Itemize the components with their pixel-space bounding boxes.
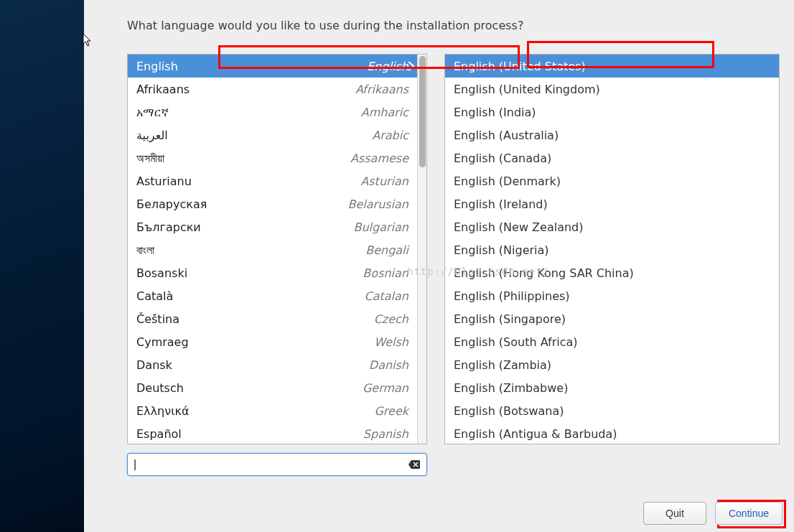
installer-sidebar [0, 0, 84, 532]
locale-label: English (Hong Kong SAR China) [454, 266, 634, 280]
language-native-label: Català [136, 289, 173, 303]
locale-label: English (Zambia) [454, 358, 551, 372]
language-row[interactable]: AsturianuAsturian [128, 169, 417, 192]
language-native-label: অসমীয়া [136, 151, 164, 165]
language-row[interactable]: অসমীয়াAssamese [128, 146, 417, 169]
locale-row[interactable]: English (Denmark) [445, 169, 779, 192]
scrollbar-thumb[interactable] [419, 56, 426, 167]
clear-icon[interactable] [408, 459, 421, 470]
language-native-label: Deutsch [136, 381, 184, 395]
language-row[interactable]: BosanskiBosnian [128, 261, 417, 284]
locale-row[interactable]: English (South Africa) [445, 330, 779, 353]
continue-button[interactable]: Continue [715, 502, 783, 525]
language-native-label: Čeština [136, 312, 179, 326]
language-row[interactable]: አማርኛAmharic [128, 101, 417, 123]
language-english-label: English [367, 60, 408, 73]
locale-row[interactable]: English (United Kingdom) [445, 78, 779, 101]
language-row[interactable]: ČeštinaCzech [128, 307, 417, 330]
language-english-label: Bosnian [363, 266, 408, 280]
locale-label: English (Canada) [454, 151, 551, 165]
locale-row[interactable]: English (Zimbabwe) [445, 376, 779, 399]
locale-row[interactable]: English (Singapore) [445, 307, 779, 330]
locale-label: English (New Zealand) [454, 220, 583, 234]
language-english-label: Afrikaans [355, 83, 408, 96]
locale-row[interactable]: English (India) [445, 101, 779, 123]
locale-label: English (Antigua & Barbuda) [454, 427, 617, 441]
language-native-label: Español [136, 427, 182, 441]
locale-label: English (Philippines) [454, 289, 570, 303]
language-native-label: Bosanski [136, 266, 187, 280]
chevron-right-icon [404, 59, 417, 73]
language-native-label: Afrikaans [136, 83, 190, 96]
language-row[interactable]: العربيةArabic [128, 123, 417, 146]
language-row[interactable]: ΕλληνικάGreek [128, 399, 417, 422]
language-native-label: English [136, 60, 178, 73]
language-prompt: What language would you like to use duri… [127, 19, 780, 32]
language-row[interactable]: EnglishEnglish [128, 55, 417, 78]
locale-label: English (United States) [454, 60, 586, 73]
locale-row[interactable]: English (United States) [445, 55, 779, 78]
quit-button[interactable]: Quit [643, 502, 706, 525]
locale-row[interactable]: English (Philippines) [445, 284, 779, 307]
installer-main: What language would you like to use duri… [84, 0, 794, 532]
locale-row[interactable]: English (Nigeria) [445, 238, 779, 261]
locale-row[interactable]: English (Zambia) [445, 353, 779, 376]
language-english-label: Asturian [360, 174, 408, 188]
language-panel: EnglishEnglishAfrikaansAfrikaansአማርኛAmha… [127, 54, 427, 444]
language-native-label: বাংলা [136, 243, 154, 257]
locale-row[interactable]: English (Australia) [445, 123, 779, 146]
locale-label: English (Singapore) [454, 312, 566, 326]
language-native-label: Български [136, 220, 201, 234]
language-english-label: Arabic [372, 129, 408, 142]
locale-row[interactable]: English (Antigua & Barbuda) [445, 422, 779, 444]
locale-label: English (Nigeria) [454, 243, 549, 257]
locale-label: English (Zimbabwe) [454, 381, 568, 395]
language-native-label: Беларуская [136, 197, 207, 211]
language-scrollbar[interactable] [417, 55, 426, 444]
locale-row[interactable]: English (Ireland) [445, 192, 779, 215]
language-row[interactable]: CatalàCatalan [128, 284, 417, 307]
locale-row[interactable]: English (New Zealand) [445, 215, 779, 238]
language-english-label: German [363, 381, 408, 395]
language-english-label: Danish [369, 358, 408, 372]
language-english-label: Belarusian [347, 197, 408, 211]
language-row[interactable]: DeutschGerman [128, 376, 417, 399]
language-list[interactable]: EnglishEnglishAfrikaansAfrikaansአማርኛAmha… [128, 55, 417, 444]
locale-row[interactable]: English (Canada) [445, 146, 779, 169]
language-english-label: Catalan [365, 289, 408, 303]
language-row[interactable]: AfrikaansAfrikaans [128, 78, 417, 101]
footer-buttons: Quit Continue [643, 502, 783, 525]
locale-label: English (Australia) [454, 129, 559, 142]
language-row[interactable]: БългарскиBulgarian [128, 215, 417, 238]
language-english-label: Bulgarian [354, 220, 409, 234]
locale-row[interactable]: English (Hong Kong SAR China) [445, 261, 779, 284]
language-row[interactable]: CymraegWelsh [128, 330, 417, 353]
language-english-label: Assamese [350, 151, 408, 165]
language-native-label: Asturianu [136, 174, 192, 188]
language-native-label: Ελληνικά [136, 404, 190, 418]
language-search[interactable] [127, 453, 427, 476]
language-search-input[interactable] [134, 458, 408, 471]
locale-label: English (South Africa) [454, 335, 578, 349]
language-english-label: Czech [374, 312, 408, 326]
language-native-label: Cymraeg [136, 335, 189, 349]
language-row[interactable]: বাংলাBengali [128, 238, 417, 261]
locale-label: English (India) [454, 106, 536, 119]
language-row[interactable]: EspañolSpanish [128, 422, 417, 444]
language-english-label: Bengali [365, 243, 408, 257]
language-english-label: Spanish [363, 427, 408, 441]
locale-label: English (Botswana) [454, 404, 564, 418]
locale-label: English (Denmark) [454, 174, 561, 188]
locale-panel[interactable]: English (United States)English (United K… [444, 54, 780, 444]
language-row[interactable]: БеларускаяBelarusian [128, 192, 417, 215]
locale-label: English (Ireland) [454, 197, 548, 211]
language-native-label: አማርኛ [136, 106, 169, 119]
language-native-label: Dansk [136, 358, 172, 372]
language-row[interactable]: DanskDanish [128, 353, 417, 376]
language-english-label: Greek [374, 404, 408, 418]
locale-row[interactable]: English (Botswana) [445, 399, 779, 422]
language-native-label: العربية [136, 129, 168, 142]
language-english-label: Welsh [374, 335, 408, 349]
language-english-label: Amharic [361, 106, 408, 119]
locale-label: English (United Kingdom) [454, 83, 600, 96]
